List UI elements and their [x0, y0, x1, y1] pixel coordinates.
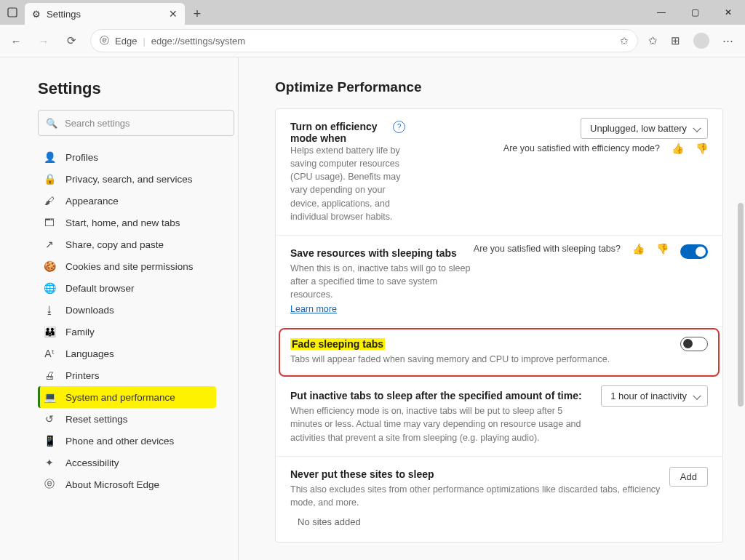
- efficiency-satisfied: Are you satisfied with efficiency mode? …: [503, 143, 708, 154]
- never-title: Never put these sites to sleep: [290, 468, 708, 480]
- sidebar-item-icon: ⓔ: [44, 478, 55, 491]
- sidebar-item-start-home-and-new-tabs[interactable]: 🗔Start, home, and new tabs: [38, 212, 216, 233]
- sidebar-item-label: Family: [65, 327, 95, 337]
- efficiency-desc: Helps extend battery life by saving comp…: [290, 144, 414, 223]
- nav-refresh-button[interactable]: ⟳: [63, 34, 80, 47]
- window-titlebar: ⚙ Settings ✕ + — ▢ ✕: [0, 0, 745, 25]
- favorite-page-icon[interactable]: ✩: [620, 35, 629, 47]
- no-sites-label: No sites added: [290, 509, 708, 530]
- sidebar-item-label: Share, copy and paste: [65, 239, 164, 250]
- nav-back-button[interactable]: ←: [7, 35, 25, 47]
- sidebar-item-accessibility[interactable]: ✦Accessibility: [38, 452, 216, 473]
- browser-toolbar: ← → ⟳ ⓔ Edge | edge://settings/system ✩ …: [0, 25, 745, 57]
- window-maximize[interactable]: ▢: [678, 0, 712, 25]
- row-never-sleep: Never put these sites to sleep This also…: [276, 457, 722, 542]
- thumb-up-icon[interactable]: 👍: [632, 243, 645, 255]
- never-desc: This also excludes sites from other perf…: [290, 483, 669, 509]
- address-bar[interactable]: ⓔ Edge | edge://settings/system ✩: [90, 29, 638, 52]
- browser-tab[interactable]: ⚙ Settings ✕: [25, 3, 185, 25]
- window-minimize[interactable]: —: [645, 0, 678, 25]
- search-settings-input[interactable]: 🔍 Search settings: [38, 110, 234, 136]
- sidebar-item-label: Reset settings: [65, 414, 128, 425]
- efficiency-dropdown[interactable]: Unplugged, low battery: [581, 118, 708, 139]
- address-url: edge://settings/system: [151, 36, 245, 47]
- tab-title: Settings: [47, 9, 81, 20]
- row-sleeping-tabs: Save resources with sleeping tabs When t…: [276, 236, 722, 327]
- sidebar-item-label: Accessibility: [65, 457, 119, 468]
- row-fade-tabs: Fade sleeping tabs Tabs will appear fade…: [280, 329, 718, 375]
- sidebar-item-icon: Aᵗ: [44, 348, 55, 359]
- scrollbar[interactable]: [738, 203, 744, 407]
- sidebar-item-icon: 💻: [44, 391, 55, 403]
- sidebar-item-downloads[interactable]: ⭳Downloads: [38, 299, 216, 321]
- sidebar-item-printers[interactable]: 🖨Printers: [38, 364, 216, 386]
- add-site-button[interactable]: Add: [669, 467, 708, 487]
- fade-toggle[interactable]: [680, 337, 708, 351]
- window-close[interactable]: ✕: [712, 0, 745, 25]
- thumb-up-icon[interactable]: 👍: [672, 143, 684, 154]
- sleeping-toggle[interactable]: [680, 244, 708, 259]
- sidebar-item-label: Privacy, search, and services: [65, 174, 193, 185]
- more-menu-icon[interactable]: ⋯: [722, 34, 733, 47]
- sidebar-item-label: Start, home, and new tabs: [65, 217, 180, 228]
- profile-avatar[interactable]: [693, 33, 709, 49]
- sidebar-item-family[interactable]: 👪Family: [38, 321, 216, 343]
- close-tab-icon[interactable]: ✕: [169, 8, 178, 20]
- address-brand: Edge: [115, 36, 137, 47]
- sidebar-item-languages[interactable]: AᵗLanguages: [38, 343, 216, 364]
- search-placeholder: Search settings: [65, 118, 130, 129]
- sidebar-item-default-browser[interactable]: 🌐Default browser: [38, 277, 216, 299]
- sidebar-item-label: About Microsoft Edge: [65, 479, 159, 490]
- fade-desc: Tabs will appear faded when saving memor…: [290, 353, 654, 366]
- gear-icon: ⚙: [32, 9, 41, 20]
- sidebar-item-share-copy-and-paste[interactable]: ↗Share, copy and paste: [38, 233, 216, 255]
- sidebar-item-icon: 🍪: [44, 260, 55, 272]
- sidebar-item-icon: 🌐: [44, 282, 55, 294]
- sidebar-item-label: System and performance: [65, 392, 175, 403]
- settings-main: Optimize Performance Turn on efficiency …: [239, 57, 745, 560]
- sidebar-item-phone-and-other-devices[interactable]: 📱Phone and other devices: [38, 430, 216, 452]
- sidebar-item-privacy-search-and-services[interactable]: 🔒Privacy, search, and services: [38, 168, 216, 190]
- browser-logo-icon: ⓔ: [100, 34, 109, 47]
- sidebar-item-appearance[interactable]: 🖌Appearance: [38, 190, 216, 212]
- tab-pin-icon[interactable]: [0, 0, 25, 25]
- sidebar-item-label: Downloads: [65, 305, 114, 316]
- inactive-desc: When efficiency mode is on, inactive tab…: [290, 404, 581, 444]
- sidebar-item-label: Languages: [65, 348, 114, 359]
- sidebar-item-label: Profiles: [65, 152, 98, 163]
- sidebar-item-icon: ✦: [44, 457, 55, 468]
- collections-icon[interactable]: ⊞: [671, 34, 680, 47]
- sidebar-item-system-and-performance[interactable]: 💻System and performance: [38, 386, 216, 408]
- new-tab-button[interactable]: +: [185, 3, 210, 25]
- sidebar-item-label: Appearance: [65, 196, 119, 207]
- sidebar-item-cookies-and-site-permissions[interactable]: 🍪Cookies and site permissions: [38, 255, 216, 277]
- sidebar-item-icon: 🖌: [44, 195, 55, 207]
- sidebar-item-icon: ↺: [44, 413, 55, 425]
- sidebar-item-icon: 🗔: [44, 217, 55, 228]
- efficiency-title: Turn on efficiency mode when: [290, 121, 378, 144]
- sidebar-item-profiles[interactable]: 👤Profiles: [38, 146, 216, 168]
- fade-title: Fade sleeping tabs: [290, 338, 385, 350]
- sleeping-desc: When this is on, inactive tabs will go t…: [290, 262, 472, 301]
- sidebar-item-label: Default browser: [65, 283, 135, 294]
- section-heading: Optimize Performance: [275, 79, 723, 95]
- sleeping-satisfied: Are you satisfied with sleeping tabs? 👍 …: [474, 243, 669, 255]
- row-inactive-time: Put inactive tabs to sleep after the spe…: [276, 378, 722, 456]
- thumb-down-icon[interactable]: 👎: [696, 143, 708, 154]
- help-icon[interactable]: ?: [393, 121, 405, 133]
- search-icon: 🔍: [46, 118, 57, 129]
- learn-more-link[interactable]: Learn more: [290, 304, 337, 314]
- inactive-dropdown[interactable]: 1 hour of inactivity: [601, 385, 708, 407]
- thumb-down-icon[interactable]: 👎: [656, 243, 669, 255]
- favorites-icon[interactable]: ✩: [648, 34, 658, 47]
- sidebar-item-label: Phone and other devices: [65, 436, 174, 447]
- settings-sidebar: Settings 🔍 Search settings 👤Profiles🔒Pri…: [0, 57, 239, 560]
- sidebar-item-icon: 📱: [44, 435, 55, 447]
- sidebar-item-icon: ⭳: [44, 304, 55, 316]
- sidebar-item-reset-settings[interactable]: ↺Reset settings: [38, 408, 216, 430]
- sidebar-item-icon: 👪: [44, 326, 55, 337]
- nav-forward-button[interactable]: →: [35, 35, 52, 47]
- optimize-card: Turn on efficiency mode when ? Helps ext…: [275, 108, 723, 543]
- sidebar-item-icon: 🔒: [44, 173, 55, 185]
- sidebar-item-about-microsoft-edge[interactable]: ⓔAbout Microsoft Edge: [38, 473, 216, 495]
